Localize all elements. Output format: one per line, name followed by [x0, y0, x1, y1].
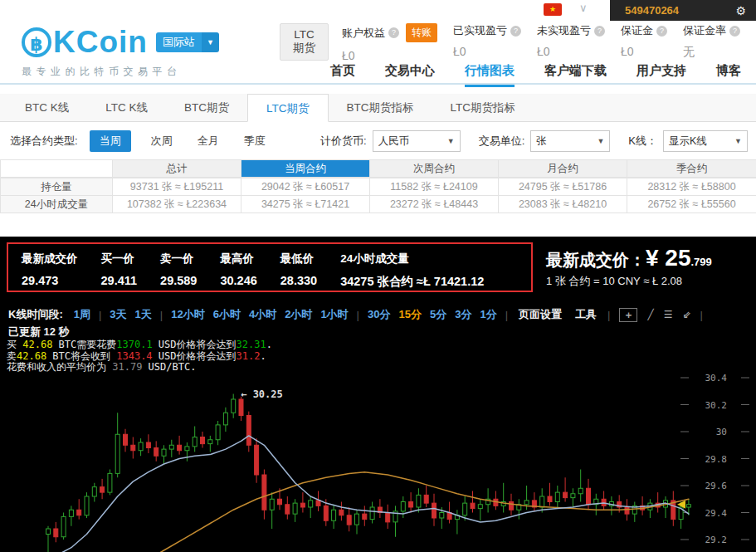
- ticker-stat-value: 29.473: [22, 274, 78, 287]
- table-row: 24小时成交量107382 张 ≈ Ł22363434275 张 ≈ Ł7142…: [1, 196, 756, 213]
- annotation-segment: 1370.1: [116, 339, 152, 350]
- period-12小时[interactable]: 12小时: [171, 307, 204, 322]
- okcoin-logo-icon[interactable]: ฿: [22, 27, 51, 57]
- contract-option-全月[interactable]: 全月: [198, 130, 219, 152]
- account-stat-value: Ł0: [453, 45, 521, 58]
- contract-option-季度[interactable]: 季度: [244, 130, 266, 152]
- line-tool-icon[interactable]: ╱: [647, 309, 653, 320]
- column-header[interactable]: 当周合约: [241, 160, 370, 178]
- y-axis-label: 29.6: [705, 481, 728, 491]
- list-icon[interactable]: ☰: [664, 309, 673, 320]
- contract-option-当周[interactable]: 当周: [90, 130, 131, 152]
- period-30分[interactable]: 30分: [368, 307, 390, 322]
- column-header[interactable]: 月合约: [499, 160, 627, 178]
- gear-icon[interactable]: ⚙: [735, 4, 746, 17]
- filter-select-group: 计价货币:人民币▼: [320, 130, 461, 152]
- chevron-down-icon[interactable]: ∨: [579, 2, 588, 14]
- annotation-segment: 卖: [7, 350, 17, 362]
- ticker-stat-value: 28.330: [280, 274, 317, 287]
- account-stat-label-row: 保证金率?: [683, 23, 740, 38]
- period-2小时[interactable]: 2小时: [285, 307, 312, 322]
- filter-select[interactable]: 人民币▼: [373, 130, 461, 152]
- candlestick-chart[interactable]: 30.430.23029.829.629.429.2← 30.25: [0, 369, 756, 552]
- filter-select-value: 人民币: [378, 134, 410, 149]
- site-badge[interactable]: 国际站 ▼: [156, 32, 219, 52]
- account-stat: 保证金?Ł0: [621, 23, 667, 62]
- filter-select-label: K线：: [628, 134, 657, 149]
- period-6小时[interactable]: 6小时: [213, 307, 241, 322]
- latest-price-block: 最新成交价：¥ 25.799 1 张 合约 = 10 CNY ≈ Ł 2.08: [546, 245, 712, 289]
- help-icon[interactable]: ?: [656, 26, 667, 37]
- filter-select[interactable]: 显示K线▼: [663, 130, 748, 152]
- period-5分[interactable]: 5分: [430, 307, 446, 322]
- latest-price-label: 最新成交价：: [546, 251, 646, 269]
- annotation-segment: BTC将会收到: [46, 350, 116, 362]
- page-settings-button[interactable]: 页面设置: [519, 307, 562, 322]
- account-stat: 账户权益?转账Ł0: [342, 23, 437, 62]
- okcoin-logo-text[interactable]: KCoin: [53, 25, 148, 60]
- help-icon[interactable]: ?: [594, 26, 605, 37]
- table-cell: 26752 张 ≈ Ł55560: [627, 196, 756, 213]
- annotation-line: 卖42.68 BTC将会收到 1343.4 USD价格将会达到31.2.: [7, 351, 272, 363]
- tab-LTC K线[interactable]: LTC K线: [87, 94, 166, 121]
- tab-BTC K线[interactable]: BTC K线: [7, 94, 87, 121]
- period-1周[interactable]: 1周: [74, 307, 90, 322]
- column-header[interactable]: 总计: [113, 160, 241, 178]
- header-underline: [0, 83, 756, 85]
- column-header[interactable]: 季合约: [627, 160, 756, 178]
- help-icon[interactable]: ?: [388, 27, 399, 38]
- account-stat-label-row: 未实现盈亏?: [537, 23, 605, 38]
- transfer-button[interactable]: 转账: [406, 23, 437, 42]
- tab-LTC期货指标[interactable]: LTC期货指标: [432, 94, 534, 121]
- filter-select[interactable]: 张▼: [530, 130, 610, 152]
- account-stat-label-row: 账户权益?转账: [342, 23, 437, 42]
- draw-arrow-icon[interactable]: ⇙: [682, 309, 690, 320]
- separator: |: [160, 309, 163, 321]
- tab-LTC期货[interactable]: LTC期货: [247, 94, 329, 122]
- annotation-segment: .: [260, 350, 266, 362]
- account-stat: 未实现盈亏?Ł0: [537, 23, 605, 62]
- user-id-box[interactable]: 549470264 ⚙: [610, 0, 756, 21]
- market-button[interactable]: LTC 期货: [280, 23, 329, 61]
- account-summary: LTC 期货 账户权益?转账Ł0已实现盈亏?Ł0未实现盈亏?Ł0保证金?Ł0保证…: [280, 23, 756, 62]
- annotation-line: 买 42.68 BTC需要花费1370.1 USD价格将会达到32.31.: [7, 340, 272, 351]
- ticker-stat: 最新成交价29.473: [22, 252, 78, 291]
- ticker-stat-label: 最新成交价: [22, 252, 78, 266]
- column-header[interactable]: 次周合约: [370, 160, 499, 178]
- period-1小时[interactable]: 1小时: [320, 307, 348, 322]
- period-1天[interactable]: 1天: [135, 307, 152, 322]
- tab-BTC期货[interactable]: BTC期货: [166, 94, 247, 121]
- tab-BTC期货指标[interactable]: BTC期货指标: [329, 94, 432, 121]
- help-icon[interactable]: ?: [510, 26, 521, 37]
- period-1分[interactable]: 1分: [480, 307, 496, 322]
- crosshair-plus-icon[interactable]: ＋: [619, 308, 637, 322]
- period-15分[interactable]: 15分: [398, 307, 421, 322]
- account-stat-value: Ł0: [621, 45, 667, 58]
- user-id: 549470264: [625, 4, 679, 17]
- period-4小时[interactable]: 4小时: [249, 307, 276, 322]
- chevron-down-icon: ▼: [447, 137, 455, 145]
- account-stat-value: 无: [683, 45, 740, 60]
- account-stats: 账户权益?转账Ł0已实现盈亏?Ł0未实现盈亏?Ł0保证金?Ł0保证金率?无: [342, 23, 756, 62]
- ticker-stat-label: 24小时成交量: [340, 252, 484, 266]
- y-axis-label: 30.4: [705, 373, 728, 383]
- period-3分[interactable]: 3分: [455, 307, 471, 322]
- separator: |: [607, 309, 610, 321]
- tools-button[interactable]: 工具: [575, 307, 597, 322]
- table-cell: 93731 张 ≈ Ł195211: [113, 178, 241, 196]
- account-stat-label: 保证金率: [683, 23, 726, 38]
- chevron-down-icon: ▼: [734, 137, 742, 145]
- quote-table: 总计当周合约次周合约月合约季合约最新成交价--¥ 29.473¥ 29.504¥…: [0, 159, 756, 213]
- period-3天[interactable]: 3天: [110, 307, 126, 322]
- ticker-stat: 卖一价29.589: [160, 252, 197, 291]
- table-cell: 29042 张 ≈ Ł60517: [241, 178, 370, 196]
- site-badge-caret-icon[interactable]: ▼: [202, 32, 219, 52]
- ticker-stat-label: 卖一价: [160, 252, 197, 266]
- contract-option-次周[interactable]: 次周: [151, 130, 173, 152]
- help-icon[interactable]: ?: [729, 26, 740, 37]
- y-axis-label: 29.8: [705, 454, 728, 465]
- china-flag-icon[interactable]: ★: [544, 3, 562, 16]
- tagline: 最专业的比特币交易平台: [22, 65, 219, 79]
- table-cell: 23083 张 ≈ Ł48210: [499, 196, 627, 213]
- tab-bar: BTC K线LTC K线BTC期货LTC期货BTC期货指标LTC期货指标: [0, 94, 756, 122]
